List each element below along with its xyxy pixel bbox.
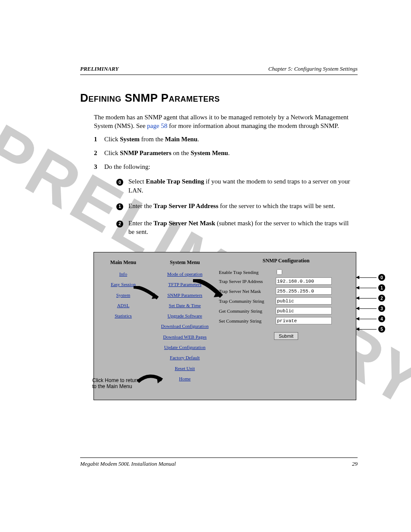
substep-1: 1 Enter the Trap Server IP Address for t… <box>115 202 356 212</box>
system-menu-column: System Menu Mode of operation TFTP Param… <box>159 259 210 386</box>
main-menu-column: Main Menu Info Easy Session System ADSL … <box>103 259 143 323</box>
system-menu-title: System Menu <box>159 259 210 266</box>
intro-paragraph: The modem has an SNMP agent that allows … <box>94 113 356 131</box>
step-2: 2 Click SNMP Parameters on the System Me… <box>94 149 356 157</box>
row-trap-comm: Trap Community String <box>219 297 353 305</box>
set-comm-input[interactable] <box>276 317 332 324</box>
step-3: 3 Do the following: 0 Select Enable Trap… <box>94 162 356 243</box>
trap-mask-label: Trap Server Net Mask <box>219 289 276 294</box>
trap-comm-input[interactable] <box>276 297 332 305</box>
system-menu-link[interactable]: Factory Default <box>159 355 210 361</box>
step-1: 1 Click System from the Main Menu. <box>94 135 356 143</box>
callout-marker-2: 2 <box>378 295 385 302</box>
system-menu-link[interactable]: Download Configuration <box>159 323 210 329</box>
trap-ip-label: Trap Server IP Address <box>219 279 276 284</box>
main-menu-link[interactable]: ADSL <box>103 302 143 308</box>
main-menu-link[interactable]: Statistics <box>103 313 143 319</box>
enable-trap-checkbox[interactable] <box>277 269 282 275</box>
callout-marker-3: 3 <box>378 305 385 312</box>
home-callout-note: Click Home to return to the Main Menu <box>92 377 144 390</box>
set-comm-label: Set Community String <box>219 318 276 324</box>
callout-marker-5: 5 <box>378 326 385 333</box>
snmp-screenshot: Main Menu Info Easy Session System ADSL … <box>94 252 356 400</box>
system-menu-link[interactable]: Home <box>159 376 210 382</box>
row-trap-mask: Trap Server Net Mask <box>219 287 353 295</box>
get-comm-label: Get Community String <box>219 308 276 314</box>
system-menu-link[interactable]: Reset Unit <box>159 365 210 371</box>
arrow-icon <box>356 286 359 289</box>
section-heading: Defining SNMP Parameters <box>80 91 220 105</box>
system-menu-link[interactable]: Mode of operation <box>159 271 210 277</box>
page-header: PRELIMINARY Chapter 5: Configuring Syste… <box>80 65 358 75</box>
callout-marker-4: 4 <box>378 315 385 322</box>
system-menu-link[interactable]: Update Configuration <box>159 344 210 350</box>
page-footer: Megabit Modem 500L Installation Manual 2… <box>80 457 358 467</box>
row-enable-trap: Enable Trap Sending <box>219 269 353 275</box>
row-trap-ip: Trap Server IP Address <box>219 277 353 285</box>
circled-zero-icon: 0 <box>116 179 123 186</box>
system-menu-link[interactable]: Upgrade Software <box>159 313 210 319</box>
trap-ip-input[interactable] <box>276 277 332 285</box>
system-menu-link[interactable]: SNMP Parameters <box>159 292 210 298</box>
system-menu-link[interactable]: Download WEB Pages <box>159 334 210 340</box>
snmp-config-panel: SNMP Configuration Enable Trap Sending T… <box>219 258 353 340</box>
arrow-icon <box>356 296 359 300</box>
system-menu-link[interactable]: Set Date & Time <box>159 302 210 308</box>
arrow-icon <box>356 317 359 320</box>
main-menu-link[interactable]: Easy Session <box>103 281 143 287</box>
circled-one-icon: 1 <box>116 203 123 210</box>
get-comm-input[interactable] <box>276 307 332 314</box>
enable-trap-label: Enable Trap Sending <box>219 270 276 275</box>
arrow-icon <box>356 276 359 279</box>
page-number: 29 <box>352 460 358 467</box>
main-menu-link[interactable]: System <box>103 292 143 298</box>
footer-left: Megabit Modem 500L Installation Manual <box>80 460 176 467</box>
main-menu-link[interactable]: Info <box>103 271 143 277</box>
callout-marker-1: 1 <box>378 284 385 291</box>
header-left: PRELIMINARY <box>80 65 118 72</box>
circled-two-icon: 2 <box>116 221 123 227</box>
arrow-icon <box>356 307 359 310</box>
main-menu-title: Main Menu <box>103 259 143 266</box>
snmp-config-title: SNMP Configuration <box>219 258 353 264</box>
row-set-comm: Set Community String <box>219 317 353 324</box>
header-right: Chapter 5: Configuring System Settings <box>268 65 358 72</box>
trap-comm-label: Trap Community String <box>219 299 276 304</box>
trap-mask-input[interactable] <box>276 287 332 295</box>
row-get-comm: Get Community String <box>219 307 353 314</box>
callout-marker-0: 0 <box>378 274 385 281</box>
submit-button[interactable]: Submit <box>274 332 298 340</box>
arrow-icon <box>356 327 359 331</box>
svg-marker-0 <box>152 293 158 299</box>
body-text: The modem has an SNMP agent that allows … <box>94 113 356 248</box>
substep-2: 2 Enter the Trap Server Net Mask (subnet… <box>115 219 356 236</box>
substep-0: 0 Select Enable Trap Sending if you want… <box>115 177 356 195</box>
page-link[interactable]: page 58 <box>147 122 167 129</box>
system-menu-link[interactable]: TFTP Parameters <box>159 281 210 287</box>
